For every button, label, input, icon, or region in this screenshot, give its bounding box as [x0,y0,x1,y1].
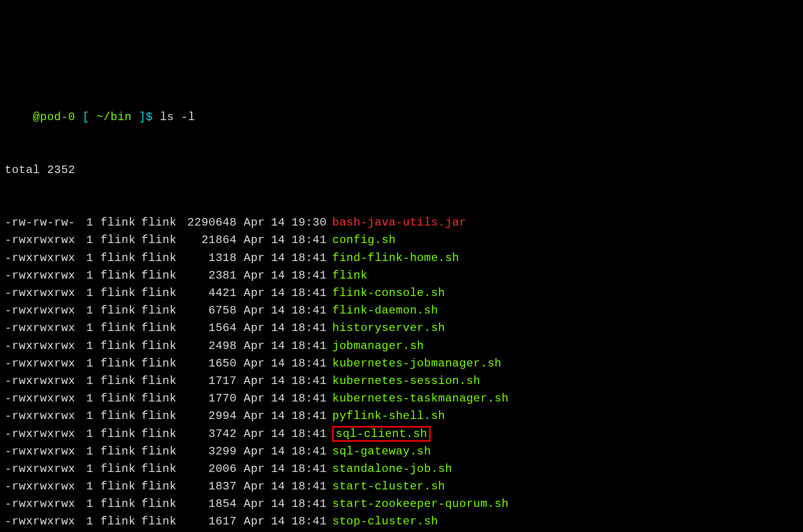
file-month: Apr [244,231,271,249]
file-perm: -rwxrwxrwx [5,460,79,478]
file-group: flink [141,249,182,267]
file-month: Apr [244,214,271,231]
file-size: 1717 [182,372,237,390]
file-group: flink [141,284,182,302]
file-perm: -rwxrwxrwx [5,355,79,372]
terminal[interactable]: @pod-0 [ ~/bin ]$ ls -l total 2352 -rw-r… [5,73,798,532]
file-month: Apr [244,284,271,302]
file-month: Apr [244,425,271,443]
file-links: 1 [79,319,93,337]
file-time: 18:41 [291,267,332,284]
file-month: Apr [244,443,271,460]
file-links: 1 [79,302,93,319]
file-name: start-zookeeper-quorum.sh [332,497,509,510]
file-owner: flink [100,390,141,407]
file-name: flink-console.sh [332,287,445,299]
file-day: 14 [271,495,291,513]
file-month: Apr [244,390,271,407]
file-month: Apr [244,531,271,532]
file-time: 18:41 [291,407,332,425]
file-group: flink [141,302,182,319]
file-links: 1 [79,495,93,513]
file-row: -rwxrwxrwx1 flinkflink1650 Apr1418:41kub… [5,355,798,372]
file-size: 6758 [182,302,237,319]
file-day: 14 [271,284,291,302]
file-links: 1 [79,355,93,372]
file-perm: -rwxrwxrwx [5,513,79,530]
file-listing: -rw-rw-rw-1 flinkflink2290648 Apr1419:30… [5,214,798,532]
file-time: 18:41 [291,284,332,302]
file-group: flink [141,407,182,425]
file-name: kubernetes-jobmanager.sh [332,357,502,370]
file-month: Apr [244,249,271,267]
file-row: -rwxrwxrwx1 flinkflink2498 Apr1418:41job… [5,337,798,355]
file-owner: flink [100,443,141,460]
file-group: flink [141,513,182,530]
file-perm: -rwxrwxrwx [5,319,79,337]
total-line: total 2352 [5,161,798,179]
file-perm: -rwxrwxrwx [5,407,79,425]
file-time: 18:41 [291,249,332,267]
file-name: stop-cluster.sh [332,515,438,528]
file-time: 18:41 [291,319,332,337]
file-day: 14 [271,372,291,390]
file-perm: -rwxrwxrwx [5,267,79,284]
file-day: 14 [271,513,291,530]
file-time: 18:41 [291,425,332,443]
file-owner: flink [100,355,141,372]
prompt-host: @pod-0 [33,111,75,123]
prompt-line[interactable]: @pod-0 [ ~/bin ]$ ls -l [5,108,798,126]
file-links: 1 [79,284,93,302]
file-size: 3742 [182,425,237,443]
file-day: 14 [271,319,291,337]
file-owner: flink [100,249,141,267]
file-row: -rwxrwxrwx1 flinkflink1717 Apr1418:41kub… [5,372,798,390]
file-links: 1 [79,249,93,267]
file-day: 14 [271,337,291,355]
file-size: 1318 [182,249,237,267]
file-row: -rwxrwxrwx1 flinkflink21864 Apr1418:41co… [5,231,798,249]
file-perm: -rwxrwxrwx [5,495,79,513]
file-row: -rwxrwxrwx1 flinkflink4421 Apr1418:41fli… [5,284,798,302]
file-group: flink [141,425,182,443]
file-links: 1 [79,407,93,425]
file-owner: flink [100,337,141,355]
file-month: Apr [244,302,271,319]
file-size: 21864 [182,231,237,249]
file-month: Apr [244,407,271,425]
file-name: bash-java-utils.jar [332,216,466,229]
file-name: sql-gateway.sh [332,445,431,458]
file-links: 1 [79,513,93,530]
file-time: 18:41 [291,302,332,319]
file-name: kubernetes-taskmanager.sh [332,392,509,405]
file-group: flink [141,495,182,513]
file-name: jobmanager.sh [332,340,424,352]
file-time: 18:41 [291,531,332,532]
file-row: -rwxrwxrwx1 flinkflink6758 Apr1418:41fli… [5,302,798,319]
file-name: flink [332,269,368,282]
file-owner: flink [100,531,141,532]
file-row: -rwxrwxrwx1 flinkflink2994 Apr1418:41pyf… [5,407,798,425]
file-owner: flink [100,513,141,530]
file-group: flink [141,337,182,355]
file-time: 18:41 [291,495,332,513]
file-links: 1 [79,443,93,460]
file-size: 4421 [182,284,237,302]
file-group: flink [141,267,182,284]
file-day: 14 [271,443,291,460]
file-name: flink-daemon.sh [332,304,438,317]
file-day: 14 [271,425,291,443]
file-links: 1 [79,231,93,249]
file-day: 14 [271,231,291,249]
file-time: 18:41 [291,372,332,390]
file-row: -rwxrwxrwx1 flinkflink2381 Apr1418:41fli… [5,267,798,284]
file-perm: -rwxrwxrwx [5,249,79,267]
file-name: kubernetes-session.sh [332,375,480,387]
file-month: Apr [244,478,271,495]
file-month: Apr [244,495,271,513]
file-owner: flink [100,372,141,390]
file-day: 14 [271,531,291,532]
file-group: flink [141,231,182,249]
file-row: -rwxrwxrwx1 flinkflink1845 Apr1418:41sto… [5,531,798,532]
file-month: Apr [244,337,271,355]
